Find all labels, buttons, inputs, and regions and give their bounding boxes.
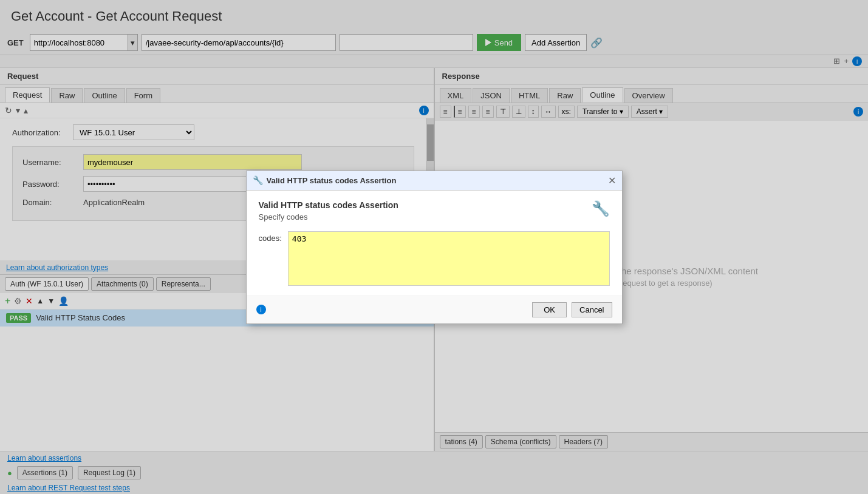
codes-textarea[interactable]: 403 (289, 232, 609, 285)
modal-dialog: 🔧 Valid HTTP status codes Assertion ✕ Va… (246, 171, 623, 324)
codes-area: codes: 403 (259, 231, 610, 286)
modal-cancel-button[interactable]: Cancel (572, 302, 612, 317)
modal-close-button[interactable]: ✕ (608, 175, 616, 186)
modal-title-wrapper: 🔧 Valid HTTP status codes Assertion (253, 175, 397, 185)
modal-wrench-icon[interactable]: 🔧 (592, 200, 610, 217)
modal-info-icon[interactable]: i (256, 305, 266, 314)
modal-title-icon: 🔧 (253, 175, 263, 185)
modal-footer-buttons: OK Cancel (532, 302, 612, 317)
modal-body: Valid HTTP status codes Assertion Specif… (247, 191, 622, 296)
modal-header-row: Valid HTTP status codes Assertion Specif… (259, 200, 610, 231)
modal-headings: Valid HTTP status codes Assertion Specif… (259, 200, 398, 231)
codes-label: codes: (259, 231, 282, 243)
modal-title: Valid HTTP status codes Assertion (267, 176, 397, 185)
modal-titlebar: 🔧 Valid HTTP status codes Assertion ✕ (247, 171, 622, 191)
codes-input-wrap: 403 (288, 231, 610, 286)
modal-heading: Valid HTTP status codes Assertion (259, 200, 398, 210)
modal-ok-button[interactable]: OK (532, 302, 567, 317)
modal-overlay: 🔧 Valid HTTP status codes Assertion ✕ Va… (0, 0, 868, 494)
modal-footer: i OK Cancel (247, 296, 622, 323)
modal-subheading: Specify codes (259, 212, 398, 222)
app-container: Get Account - Get Account Request GET ▾ … (0, 0, 868, 494)
